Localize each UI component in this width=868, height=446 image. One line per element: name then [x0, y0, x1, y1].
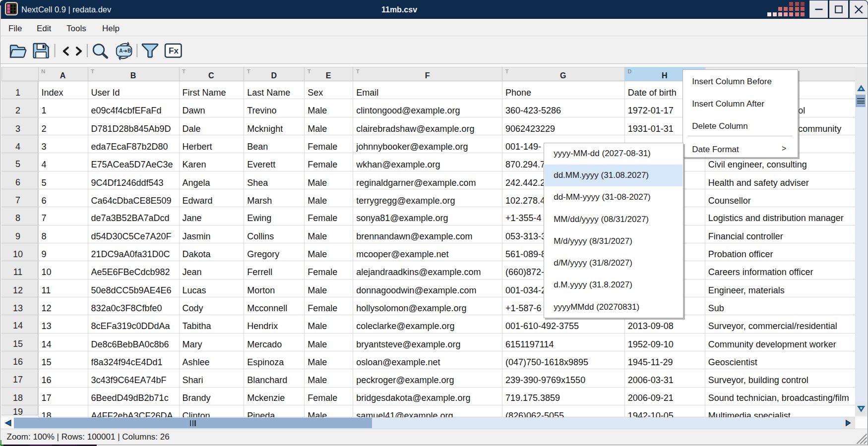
svg-text:A: A — [119, 48, 123, 54]
svg-text:B: B — [127, 48, 131, 54]
svg-text:Fx: Fx — [169, 46, 179, 56]
